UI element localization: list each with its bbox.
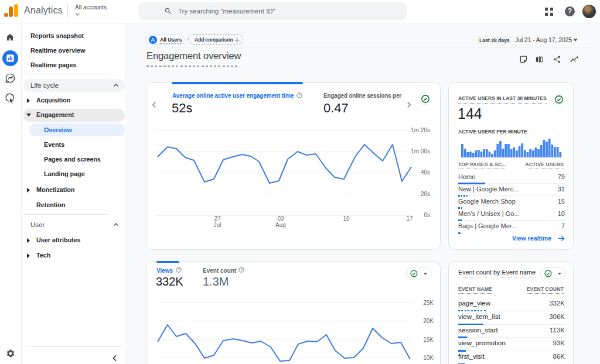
svg-text:27: 27: [214, 215, 221, 222]
svg-text:20s: 20s: [421, 191, 430, 197]
svg-text:10K: 10K: [423, 355, 434, 361]
svg-text:15K: 15K: [423, 336, 434, 343]
svg-text:1m 20s: 1m 20s: [411, 127, 430, 133]
svg-text:Aug: Aug: [275, 222, 286, 228]
svg-text:0s: 0s: [424, 212, 430, 218]
svg-text:03: 03: [277, 215, 284, 222]
svg-text:10: 10: [343, 215, 350, 222]
svg-text:Jul: Jul: [214, 222, 221, 228]
svg-text:40s: 40s: [421, 169, 430, 176]
svg-text:?: ?: [240, 267, 243, 272]
svg-text:20K: 20K: [423, 318, 434, 324]
svg-text:?: ?: [178, 267, 180, 272]
svg-text:17: 17: [406, 215, 413, 222]
svg-text:25K: 25K: [423, 300, 434, 306]
svg-text:1m 00s: 1m 00s: [411, 148, 430, 154]
svg-text:?: ?: [298, 93, 301, 97]
